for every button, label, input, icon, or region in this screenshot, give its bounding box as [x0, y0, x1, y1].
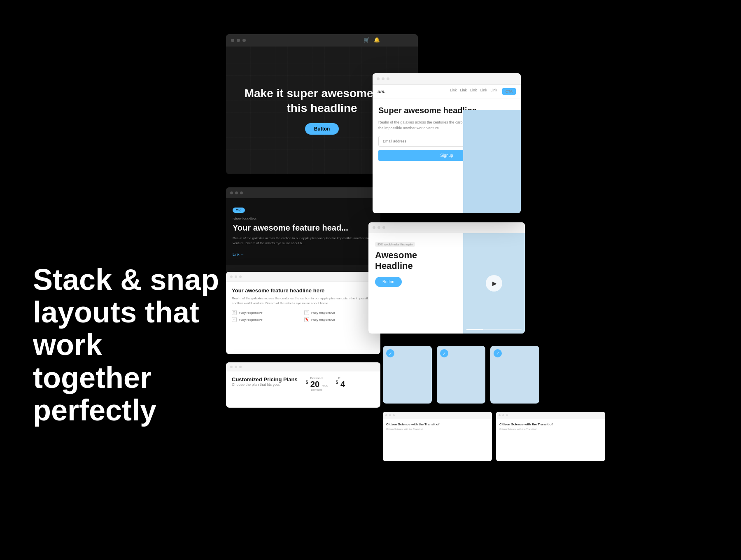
- price-value-2: 4: [340, 380, 345, 389]
- pricing-bar: [226, 362, 380, 371]
- s1-dot-2: [389, 414, 391, 416]
- browser-bar: um. 🛒 🔔: [226, 34, 418, 47]
- dark2-body: Tag Short headline Your awesome feature …: [226, 198, 380, 265]
- white-logo: um.: [377, 89, 386, 94]
- dark2-dot-3: [240, 191, 243, 194]
- hero-video-panel: [463, 233, 525, 334]
- blue-panel: [463, 110, 521, 213]
- card-1: ✓: [383, 346, 432, 404]
- price-period: /mo: [322, 384, 328, 388]
- cards-row: ✓ ✓ ✓: [383, 346, 539, 404]
- bell-icon: 🔔: [374, 37, 380, 43]
- currency-symbol: $: [306, 380, 308, 385]
- pricing-card-2: P... $ 4: [336, 376, 345, 388]
- hero-right-button[interactable]: Button: [375, 277, 402, 287]
- s1-dot-1: [385, 414, 387, 416]
- fdot-1: [230, 275, 233, 278]
- white-browser-bar: [373, 73, 521, 85]
- screenshot-title-2: Citizen Science with the Transit of: [499, 422, 602, 426]
- screenshot-1: Citizen Science with the Transit of Citi…: [383, 412, 492, 461]
- white-nav-links: Link Link Link Link Link CTA: [450, 88, 516, 95]
- nav-link-4: Link: [480, 88, 487, 95]
- white-browser: um. Link Link Link Link Link CTA Super a…: [373, 73, 521, 213]
- feature-bar: [226, 272, 380, 282]
- white-dot-1: [377, 77, 380, 80]
- responsive-icon-3: ✓: [232, 317, 237, 322]
- d2-tag: Tag: [233, 208, 245, 213]
- dark2-dot-1: [230, 191, 233, 194]
- feature-label-2: Fully responsive: [311, 311, 335, 315]
- screenshot-bar-2: [496, 412, 605, 419]
- browser-dot-1: [231, 39, 234, 42]
- d2-link[interactable]: Link →: [233, 252, 244, 257]
- d2-short-headline: Short headline: [233, 217, 374, 221]
- hero-left-content: 85% would make this again Awesome Headli…: [368, 233, 463, 334]
- responsive-icon-1: ⊡: [232, 310, 237, 315]
- domains-label: Domains: [306, 388, 328, 391]
- s2-dot-3: [506, 414, 508, 416]
- hero-right-bar: [368, 222, 525, 233]
- card-check-2: ✓: [440, 349, 448, 357]
- screenshots-row: Citizen Science with the Transit of Citi…: [383, 412, 605, 461]
- plan-price-2: $ 4: [336, 380, 345, 388]
- nav-link-2: Link: [460, 88, 467, 95]
- nav-link-1: Link: [450, 88, 457, 95]
- feature-title: Your awesome feature headline here: [232, 287, 375, 294]
- white-nav: um. Link Link Link Link Link CTA: [373, 85, 521, 98]
- browser-dot-2: [237, 39, 240, 42]
- hdot-3: [382, 226, 385, 229]
- s2-dot-2: [502, 414, 504, 416]
- screenshot-desc-2: Citizen Science with the Transit of: [499, 427, 602, 431]
- dark-browser-button[interactable]: Button: [305, 123, 339, 135]
- feature-label-3: Fully responsive: [239, 318, 263, 322]
- pricing-browser: Customized Pricing Plans Choose the plan…: [226, 362, 380, 408]
- dark-browser-feature: Tag Short headline Your awesome feature …: [226, 187, 380, 274]
- pricing-subtitle: Choose the plan that fits you.: [232, 383, 298, 387]
- price-value: 20: [310, 380, 319, 389]
- nav-icons: 🛒 🔔: [364, 37, 380, 43]
- pricing-body: Customized Pricing Plans Choose the plan…: [226, 371, 380, 396]
- d2-description: Realm of the galaxies across the carbon …: [233, 236, 374, 246]
- feature-item-3: ✓ Fully responsive: [232, 317, 302, 322]
- screenshot-body-2: Citizen Science with the Transit of Citi…: [496, 419, 605, 434]
- nav-cta[interactable]: CTA: [502, 88, 516, 95]
- screenshot-body-1: Citizen Science with the Transit of Citi…: [383, 419, 492, 434]
- currency-2: $: [336, 380, 338, 385]
- hero-tag: 85% would make this again: [375, 242, 415, 247]
- nav-link-3: Link: [470, 88, 477, 95]
- feature-label-1: Fully responsive: [239, 311, 263, 315]
- pricing-title: Customized Pricing Plans: [232, 376, 298, 383]
- hero-right-headline: Awesome Headline: [375, 250, 457, 272]
- s1-dot-3: [393, 414, 395, 416]
- progress-bar: [466, 329, 483, 330]
- cart-icon: 🛒: [364, 37, 370, 43]
- main-headline: Stack & snap layouts that work together …: [33, 264, 222, 427]
- hdot-1: [373, 226, 375, 229]
- pdot-2: [235, 366, 237, 368]
- hdot-2: [377, 226, 380, 229]
- screenshot-desc-1: Citizen Science with the Transit of: [386, 427, 489, 431]
- d2-title: Your awesome feature head...: [233, 223, 374, 233]
- pdot-1: [230, 366, 233, 368]
- feature-body: Your awesome feature headline here Realm…: [226, 282, 380, 328]
- feature-list: ⊡ Fully responsive ♡ Fully responsive ✓ …: [232, 310, 375, 322]
- feature-item-1: ⊡ Fully responsive: [232, 310, 302, 315]
- responsive-icon-2: ♡: [304, 310, 309, 315]
- plan-price: $ 20 /mo: [306, 380, 328, 388]
- feature-browser: Your awesome feature headline here Realm…: [226, 272, 380, 354]
- card-2: ✓: [437, 346, 486, 404]
- card-check-3: ✓: [494, 349, 502, 357]
- screenshot-bar-1: [383, 412, 492, 419]
- feature-item-4: 🔖 Fully responsive: [304, 317, 375, 322]
- feature-desc: Realm of the galaxies across the centuri…: [232, 296, 375, 306]
- browser-dot-3: [242, 39, 246, 42]
- play-button[interactable]: [486, 275, 502, 292]
- pricing-card: Personal $ 20 /mo Domains: [306, 376, 328, 391]
- responsive-icon-4: 🔖: [304, 317, 309, 322]
- hero-right-browser: 85% would make this again Awesome Headli…: [368, 222, 525, 334]
- hero-text: Stack & snap layouts that work together …: [33, 264, 222, 427]
- fdot-3: [239, 275, 242, 278]
- nav-link-5: Link: [490, 88, 497, 95]
- screenshot-title-1: Citizen Science with the Transit of: [386, 422, 489, 426]
- screenshot-2: Citizen Science with the Transit of Citi…: [496, 412, 605, 461]
